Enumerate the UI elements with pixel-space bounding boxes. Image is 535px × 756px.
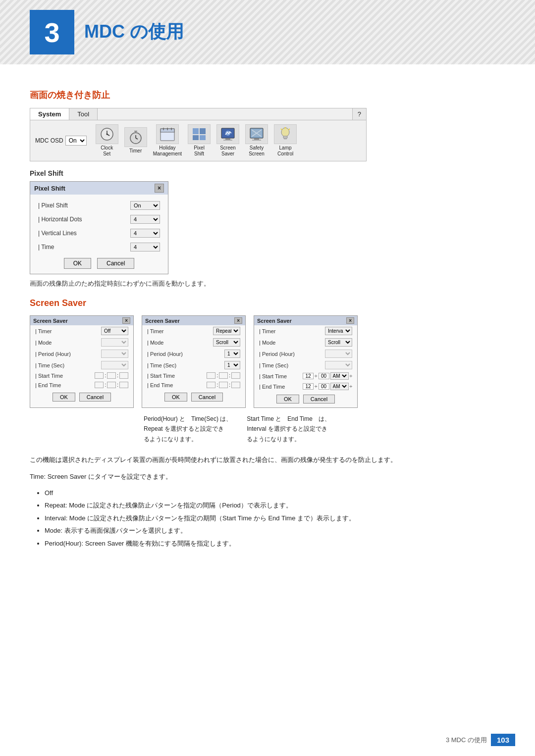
ss2-time-sec-select[interactable]: 123 [224,361,240,369]
ss1-cancel-btn[interactable]: Cancel [79,393,111,402]
ss1-time-sec-row: | Time (Sec) [30,359,133,371]
ss2-end-time-row: | End Time : : [142,380,245,390]
ss-dialog-2-header: Screen Saver × [142,316,245,325]
ss2-ok-btn[interactable]: OK [164,393,187,402]
ss2-end-h[interactable] [207,382,215,388]
ss1-timer-row: | Timer OffRepeatInterval [30,325,133,337]
toolbar-timer[interactable]: Timer [124,127,147,154]
svg-rect-15 [200,128,206,134]
time-select[interactable]: 4321 [130,243,160,252]
ss1-start-m[interactable] [107,372,116,379]
pixel-shift-value-select[interactable]: OnOff [130,201,160,210]
ss1-period-select[interactable] [101,350,128,358]
pixel-shift-section-title: Pixel Shift [30,169,505,177]
svg-rect-14 [193,128,199,134]
question-mark-btn[interactable]: ? [352,108,366,120]
svg-rect-23 [254,138,259,140]
ss2-end-s[interactable] [231,382,240,388]
screen-saver-label: ScreenSaver [220,145,236,157]
pixel-shift-cancel-btn[interactable]: Cancel [97,258,134,269]
ss1-start-s[interactable] [119,372,128,379]
dialog-row-horizontal-dots: | Horizontal Dots 4321 [30,212,168,226]
clock-set-icon [96,124,118,144]
ss2-end-m[interactable] [219,382,228,388]
screen-saver-dialogs: Screen Saver × | Timer OffRepeatInterval… [30,315,505,408]
ss2-timer-select[interactable]: RepeatOffInterval [213,327,240,335]
horizontal-dots-select[interactable]: 4321 [130,215,160,224]
ss1-time-sec-select[interactable] [101,361,128,369]
ss3-time-sec-select[interactable] [325,361,352,369]
vertical-lines-select[interactable]: 4321 [130,229,160,238]
pixel-shift-ok-btn[interactable]: OK [64,258,91,269]
ss-dialog-2-close[interactable]: × [234,317,242,324]
ss3-mode-select[interactable]: ScrollBarFade [325,338,352,347]
pixel-shift-dialog-footer: OK Cancel [30,258,168,269]
ss3-timer-row: | Timer IntervalOffRepeat [254,325,357,337]
safety-screen-icon [245,124,268,144]
ss3-start-m[interactable] [319,373,329,379]
ss1-timer-select[interactable]: OffRepeatInterval [101,327,128,335]
ss3-end-h[interactable] [303,383,314,390]
ss-dialog-3-close[interactable]: × [346,317,354,324]
screen-saver-title: Screen Saver [30,298,505,308]
tab-system[interactable]: System [30,108,69,120]
ss2-start-s[interactable] [231,372,240,379]
ss1-end-time-row: | End Time : : [30,380,133,390]
bullet-repeat: Repeat: Mode に設定された残像防止パターンを指定の間隔（Period… [45,500,505,511]
toolbar-screen-saver[interactable]: ScreenSaver [216,124,239,157]
ss3-start-ampm[interactable]: AMPM [330,372,349,380]
ss2-cancel-btn[interactable]: Cancel [191,393,223,402]
pixel-shift-icon [188,124,211,144]
ss3-timer-select[interactable]: IntervalOffRepeat [325,327,352,335]
ss1-ok-btn[interactable]: OK [53,393,75,402]
toolbar-safety-screen[interactable]: SafetyScreen [245,124,268,157]
ss2-mode-row: | Mode ScrollBarFade [142,337,245,348]
ss2-start-m[interactable] [219,372,228,379]
dialog-row-time: | Time 4321 [30,240,168,254]
page-footer: 3 MDC の使用 103 [446,734,515,746]
ss-dialog-1: Screen Saver × | Timer OffRepeatInterval… [30,315,134,408]
dialog-row-pixel-shift: | Pixel Shift OnOff [30,199,168,212]
ss1-end-s[interactable] [119,382,128,388]
chapter-number: 3 [30,10,74,54]
svg-rect-28 [284,138,287,139]
ss3-cancel-btn[interactable]: Cancel [303,395,335,403]
ss-dialog-1-close[interactable]: × [122,317,130,324]
bullet-mode: Mode: 表示する画面保護パターンを選択します。 [45,525,505,536]
ss2-start-h[interactable] [207,372,215,379]
tab-tool[interactable]: Tool [69,108,98,120]
ss3-period-select[interactable] [325,350,352,358]
ss1-mode-select[interactable] [101,338,128,347]
bullet-interval: Interval: Mode に設定された残像防止パターンを指定の期間（Star… [45,512,505,524]
pixel-shift-section: Pixel Shift Pixel Shift × | Pixel Shift … [30,169,505,274]
holiday-label: HolidayManagement [153,145,182,157]
lamp-control-icon [274,124,297,144]
toolbar-holiday[interactable]: HolidayManagement [153,124,182,157]
toolbar-clock-set[interactable]: ClockSet [96,124,118,157]
toolbar-pixel-shift[interactable]: PixelShift [188,124,211,157]
svg-rect-19 [225,138,230,140]
ss1-end-m[interactable] [107,382,116,388]
ss3-end-ampm[interactable]: AMPM [330,383,349,390]
ss2-period-select[interactable]: 123 [224,350,240,358]
pixel-shift-dialog-title: Pixel Shift [34,185,65,192]
screen-saver-section: Screen Saver Screen Saver × | Timer OffR… [30,298,505,444]
screen-saver-icon [216,124,239,144]
mdc-osd-select[interactable]: On Off [65,136,87,146]
ss1-period-row: | Period (Hour) [30,348,133,359]
body-intro: この機能は選択されたディスプレイ装置の画面が長時間使われずに放置された場合に、画… [30,454,505,465]
holiday-icon [156,124,179,144]
pixel-shift-close-btn[interactable]: × [155,184,164,193]
ss2-mode-select[interactable]: ScrollBarFade [213,338,240,347]
footer-chapter-ref: 3 MDC の使用 [446,736,487,745]
ss3-ok-btn[interactable]: OK [276,395,299,403]
ss3-start-time-row: | Start Time ÷ AMPM ÷ [254,371,357,381]
ss1-start-h[interactable] [95,372,104,379]
dialog-row-vertical-lines: | Vertical Lines 4321 [30,226,168,240]
toolbar-lamp-control[interactable]: LampControl [274,124,297,157]
ss3-start-h[interactable] [303,373,314,379]
ss1-mode-row: | Mode [30,337,133,348]
ss1-end-h[interactable] [95,382,104,388]
ss1-footer: OK Cancel [30,393,133,402]
ss3-end-m[interactable] [319,383,329,390]
